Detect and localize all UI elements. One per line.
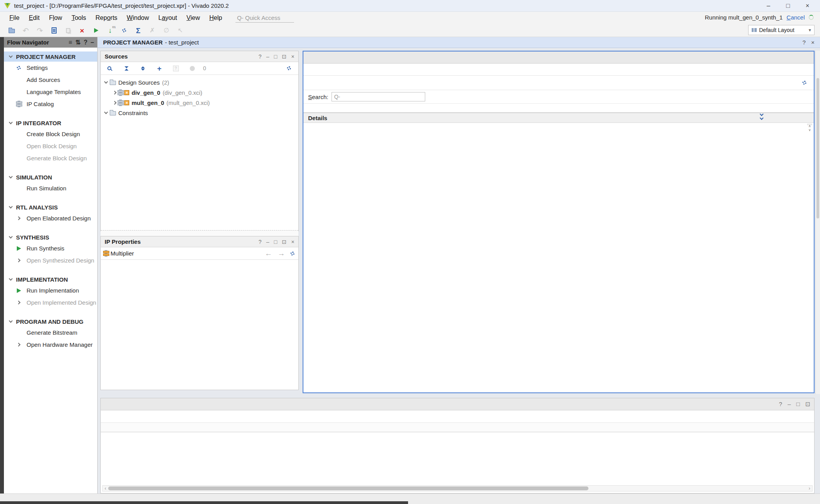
close-icon[interactable]: × [291, 53, 294, 60]
minimize-icon[interactable]: – [266, 239, 269, 245]
reset-runs-button[interactable]: × [76, 25, 88, 35]
redo-button[interactable]: ↷ [34, 25, 46, 35]
scroll-right-icon[interactable]: › [807, 486, 812, 491]
flownav-section-ip-integrator[interactable]: IP INTEGRATOR [4, 118, 97, 128]
flownav-item-open-synthesized-design[interactable]: Open Synthesized Design [4, 254, 97, 266]
results-panel: ? – □ ⊡ ‹ › [100, 398, 815, 493]
menu-file[interactable]: File [5, 13, 24, 23]
close-icon[interactable]: × [291, 239, 294, 245]
gear-icon[interactable] [291, 252, 294, 256]
settings-gear-button[interactable] [799, 78, 810, 88]
flownav-item-ip-catalog[interactable]: IP Catalog [4, 98, 97, 110]
flownav-item-open-block-design[interactable]: Open Block Design [4, 140, 97, 152]
cancel-disabled-button[interactable]: ✗ [146, 25, 159, 35]
minimize-icon[interactable]: – [266, 53, 269, 60]
report-summary-button[interactable]: Σ [132, 25, 144, 35]
flownav-item-run-implementation[interactable]: Run Implementation [4, 284, 97, 296]
minimize-button[interactable]: – [760, 1, 777, 11]
float-icon[interactable]: ⊡ [805, 401, 810, 408]
flownav-item-language-templates[interactable]: Language Templates [4, 86, 97, 98]
tree-item-div_gen_0[interactable]: div_gen_0 (div_gen_0.xci) [101, 87, 298, 98]
flownav-item-open-elaborated-design[interactable]: Open Elaborated Design [4, 212, 97, 224]
maximize-button[interactable]: □ [779, 1, 797, 11]
minimize-icon[interactable]: – [788, 401, 791, 408]
settings-button[interactable] [118, 25, 130, 35]
flownav-item-open-implemented-design[interactable]: Open Implemented Design [4, 296, 97, 309]
forward-arrow-icon[interactable]: → [278, 250, 285, 257]
quick-access-input[interactable]: Q- Quick Access [235, 13, 294, 23]
menu-edit[interactable]: Edit [24, 13, 45, 23]
flownav-section-simulation[interactable]: SIMULATION [4, 172, 97, 182]
scroll-down-icon[interactable]: ∨ [808, 128, 811, 132]
tree-item-Constraints[interactable]: Constraints [101, 108, 298, 118]
menu-view[interactable]: View [182, 13, 205, 23]
window-vertical-scrollbar[interactable] [815, 51, 820, 394]
help-icon[interactable]: ? [258, 53, 262, 60]
horizontal-scrollbar[interactable]: ‹ › [102, 485, 813, 492]
menu-tools[interactable]: Tools [67, 13, 91, 23]
help-icon[interactable]: ? [779, 401, 782, 408]
cancel-link[interactable]: Cancel [786, 14, 805, 21]
help-icon[interactable]: ? [802, 39, 806, 46]
undo-button[interactable]: ↶ [20, 25, 32, 35]
scrollbar-thumb[interactable] [108, 486, 588, 490]
float-icon[interactable]: ⊡ [282, 53, 287, 60]
flownav-section-project-manager[interactable]: PROJECT MANAGER [4, 51, 97, 62]
flownav-item-generate-bitstream[interactable]: Generate Bitstream [4, 327, 97, 339]
menu-flow[interactable]: Flow [44, 13, 67, 23]
layout-selector[interactable]: Default Layout ▾ [748, 25, 815, 35]
flownav-item-generate-block-design[interactable]: Generate Block Design [4, 152, 97, 164]
save-report-button[interactable] [48, 25, 60, 35]
search-button[interactable] [105, 63, 116, 73]
scroll-more-icon[interactable] [760, 113, 763, 121]
copy-button[interactable] [62, 25, 74, 35]
probe-disabled-button[interactable]: ↖ [174, 25, 187, 35]
close-button[interactable]: × [799, 1, 816, 11]
flownav-section-implementation[interactable]: IMPLEMENTATION [4, 274, 97, 284]
generate-bitstream-button[interactable]: ↓ [104, 25, 116, 35]
link-disabled-button[interactable]: ∅ [160, 25, 173, 35]
menu-layout[interactable]: Layout [154, 13, 182, 23]
flownav-item-run-synthesis[interactable]: Run Synthesis [4, 242, 97, 254]
menu-reports[interactable]: Reports [91, 13, 122, 23]
flownav-section-synthesis[interactable]: SYNTHESIS [4, 232, 97, 242]
layout-button[interactable]: ≡ [69, 39, 72, 46]
tree-item-Design Sources[interactable]: Design Sources (2) [101, 77, 298, 87]
flownav-item-open-hardware-manager[interactable]: Open Hardware Manager [4, 339, 97, 351]
maximize-icon[interactable]: □ [274, 53, 277, 60]
scroll-left-icon[interactable]: ‹ [103, 486, 108, 491]
item-label: Create Block Design [27, 131, 80, 137]
settings-gear-button[interactable] [283, 63, 294, 73]
float-icon[interactable]: ⊡ [282, 239, 287, 245]
run-button[interactable] [90, 25, 102, 35]
flownav-item-create-block-design[interactable]: Create Block Design [4, 128, 97, 140]
expand-all-button[interactable] [137, 63, 148, 73]
help-button[interactable]: ? [84, 39, 87, 46]
search-input[interactable]: Q- [332, 92, 425, 101]
menu-help[interactable]: Help [205, 13, 227, 23]
flownav-section-rtl-analysis[interactable]: RTL ANALYSIS [4, 202, 97, 212]
help-doc-button[interactable]: ? [170, 63, 181, 73]
details-scrollbar[interactable]: ∧ ∨ [807, 124, 812, 125]
minimize-button[interactable]: – [91, 39, 94, 46]
flownav-item-run-simulation[interactable]: Run Simulation [4, 182, 97, 194]
flow-navigator-body: PROJECT MANAGERSettingsAdd SourcesLangua… [4, 48, 97, 351]
close-icon[interactable]: × [811, 39, 815, 46]
badge-button[interactable] [187, 63, 198, 73]
scroll-up-icon[interactable]: ∧ [808, 124, 811, 128]
collapsed-side-strip[interactable] [0, 37, 4, 504]
menu-window[interactable]: Window [122, 13, 154, 23]
scrollbar-thumb[interactable] [816, 78, 819, 218]
flownav-item-add-sources[interactable]: Add Sources [4, 74, 97, 86]
maximize-icon[interactable]: □ [274, 239, 277, 245]
flownav-section-program-and-debug[interactable]: PROGRAM AND DEBUG [4, 316, 97, 327]
help-icon[interactable]: ? [258, 239, 262, 245]
maximize-icon[interactable]: □ [796, 401, 800, 408]
open-project-button[interactable] [5, 25, 18, 35]
back-arrow-icon[interactable]: ← [265, 250, 272, 257]
collapse-all-button[interactable] [121, 63, 132, 73]
tree-item-mult_gen_0[interactable]: mult_gen_0 (mult_gen_0.xci) [101, 98, 298, 108]
swap-button[interactable]: ⇅ [75, 39, 80, 46]
add-sources-button[interactable]: + [154, 63, 165, 73]
flownav-item-settings[interactable]: Settings [4, 62, 97, 74]
